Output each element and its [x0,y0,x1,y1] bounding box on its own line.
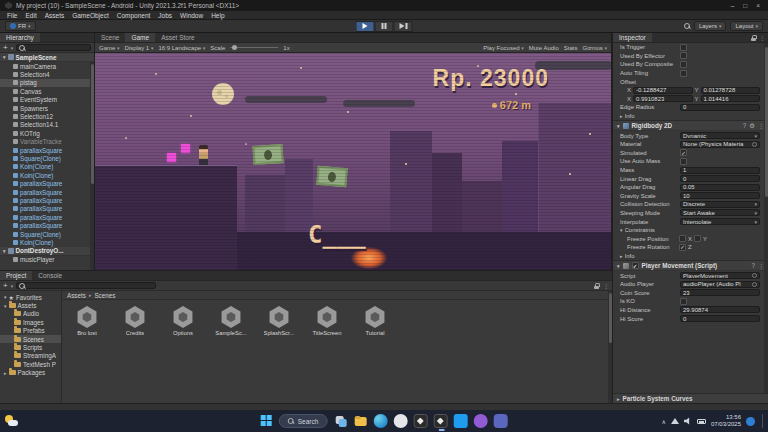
foldout-arrow-icon[interactable]: ▾ [617,123,620,129]
menu-item[interactable]: File [3,12,21,19]
mute-audio-toggle[interactable]: Mute Audio [529,45,559,51]
breadcrumb-current[interactable]: Scenes [94,292,115,299]
offset-x-field[interactable]: -0.1288427 [633,87,692,94]
menu-item[interactable]: Edit [21,12,40,19]
file-explorer-icon[interactable] [353,414,367,428]
auto-tiling-checkbox[interactable] [680,70,687,77]
size-y-field[interactable]: 1.014416 [701,95,760,102]
scale-slider-knob[interactable] [232,45,237,50]
hierarchy-item[interactable]: Selection12 [0,112,94,120]
view-tab[interactable]: Asset Store [155,33,201,42]
used-by-effector-checkbox[interactable] [680,52,687,59]
game-view-menu[interactable]: Game ▾ [99,45,120,51]
body-type-dropdown[interactable]: Dynamic▾ [680,132,760,139]
project-folder[interactable]: Audio [0,310,61,318]
visual-studio-icon[interactable] [473,414,487,428]
hierarchy-item[interactable]: parallaxSquare [0,205,94,213]
hierarchy-item[interactable]: VariableTracke [0,138,94,146]
hi-distance-field[interactable]: 29.90874 [680,306,760,313]
foldout-arrow-icon[interactable]: ▾ [3,248,6,254]
menu-item[interactable]: Window [176,12,207,19]
volume-icon[interactable] [684,417,692,425]
project-search-input[interactable] [16,282,156,289]
rigidbody2d-header[interactable]: ▾ Rigidbody 2D ?⚙⋮ [613,120,768,131]
play-focused-dropdown[interactable]: Play Focused ▾ [483,45,524,51]
play-button[interactable] [356,21,375,32]
aspect-dropdown[interactable]: 16:9 Landscape ▾ [158,45,205,51]
hierarchy-item[interactable]: Canvas [0,87,94,95]
stats-toggle[interactable]: Stats [564,45,578,51]
hierarchy-item[interactable]: Koin(Clone) [0,171,94,179]
freeze-position-x-checkbox[interactable] [679,235,686,242]
object-picker-icon[interactable] [752,282,757,287]
unity-hub-icon[interactable] [413,414,427,428]
account-button[interactable]: FR ▾ [5,21,36,31]
scene-asset[interactable]: TitleScreen [310,306,344,336]
freeze-position-y-checkbox[interactable] [694,235,701,242]
hierarchy-item[interactable]: parallaxSquare [0,196,94,204]
collision-detection-dropdown[interactable]: Discrete▾ [680,201,760,208]
start-button[interactable] [261,415,273,427]
hierarchy-item[interactable]: EventSystem [0,96,94,104]
player-movement-header[interactable]: ▾ ✓ Player Movement (Script) ?⋮ [613,260,768,271]
clock[interactable]: 13:56 07/03/2025 [711,414,741,428]
scene-asset[interactable]: SplashScr... [262,306,296,336]
breadcrumb-root[interactable]: Assets [67,292,86,299]
audio-player-object-field[interactable]: audioPlayer (Audio Pl [680,281,760,288]
tab-inspector[interactable]: Inspector [613,33,652,42]
freeze-rotation-z-checkbox[interactable]: ✓ [679,244,686,251]
gravity-scale-field[interactable]: 10 [680,192,760,199]
hierarchy-item[interactable]: Koin(Clone) [0,163,94,171]
tab-hierarchy[interactable]: Hierarchy [0,33,40,42]
edge-browser-icon[interactable] [373,414,387,428]
scene-asset[interactable]: Credits [118,306,152,336]
search-icon[interactable] [684,23,690,29]
wifi-icon[interactable] [671,418,679,424]
layout-dropdown[interactable]: Layout▾ [730,21,763,31]
project-folder[interactable]: Prefabs [0,327,61,335]
project-folder[interactable]: Scenes [0,335,61,343]
is-trigger-checkbox[interactable] [680,44,687,51]
hierarchy-search-input[interactable] [16,44,91,51]
scene-asset[interactable]: Bro lost [70,306,104,336]
minimize-button[interactable]: – [731,2,735,9]
hierarchy-scrollbar[interactable] [90,62,94,270]
foldout-arrow-icon[interactable]: ▾ [3,54,6,60]
gizmos-dropdown[interactable]: Gizmos ▾ [582,45,607,51]
hierarchy-item[interactable]: parallaxSquare [0,188,94,196]
scene-root-row[interactable]: ▾ SampleScene [0,53,94,62]
pause-button[interactable] [375,21,394,32]
layers-dropdown[interactable]: Layers▾ [694,21,727,31]
hierarchy-item[interactable]: parallaxSquare [0,179,94,187]
hierarchy-item[interactable]: KOTrig [0,129,94,137]
sleeping-mode-dropdown[interactable]: Start Awake▾ [680,209,760,216]
hierarchy-item[interactable]: parallaxSquare [0,221,94,229]
foldout-arrow-icon[interactable]: ▾ [617,263,620,269]
use-auto-mass-checkbox[interactable] [680,158,687,165]
material-object-field[interactable]: None (Physics Materia [680,141,760,148]
presets-icon[interactable]: ⚙ [749,122,755,129]
mass-field[interactable]: 1 [680,167,760,174]
hierarchy-item[interactable]: parallaxSquare [0,213,94,221]
hierarchy-item[interactable]: Square(Clone) [0,230,94,238]
hierarchy-item[interactable]: Koin(Clone) [0,238,94,246]
kebab-menu-icon[interactable]: ⋮ [759,34,765,41]
browser-icon[interactable] [393,414,407,428]
help-icon[interactable]: ? [751,262,755,269]
notification-badge[interactable] [746,417,755,426]
scene-asset[interactable]: SampleSc... [214,306,248,336]
edge-radius-field[interactable]: 0 [680,104,760,111]
assets-row[interactable]: ▾Assets [0,301,61,309]
object-picker-icon[interactable] [752,142,757,147]
lock-icon[interactable] [594,283,599,289]
add-asset-button[interactable]: + [3,282,8,290]
angular-drag-field[interactable]: 0.05 [680,184,760,191]
project-scrollbar[interactable] [608,291,612,403]
kebab-menu-icon[interactable]: ⋮ [603,282,609,289]
foldout-arrow-icon[interactable]: ▸ [620,253,623,259]
hierarchy-item[interactable]: musicPlayer [0,256,94,264]
maximize-button[interactable]: □ [743,2,747,9]
tray-chevron-icon[interactable]: ∧ [662,418,666,425]
show-desktop-button[interactable] [762,414,764,428]
taskbar-search[interactable]: Search [279,414,328,428]
